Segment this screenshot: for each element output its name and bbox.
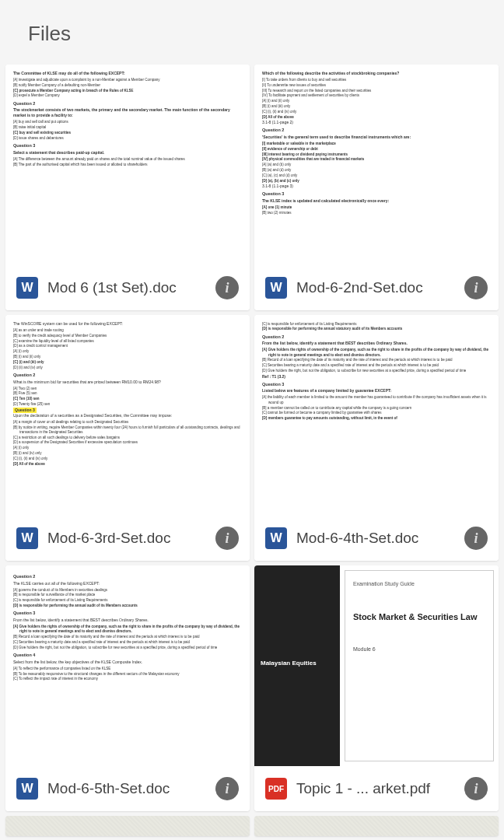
file-card-partial[interactable] xyxy=(5,816,250,836)
file-name: Mod-6-2nd-Set.doc xyxy=(296,279,455,296)
file-name: Mod-6-3rd-Set.doc xyxy=(47,530,206,547)
word-icon: W xyxy=(265,277,287,299)
info-button[interactable]: i xyxy=(215,527,239,550)
file-info-row: W Mod 6 (1st Set).doc i xyxy=(5,265,250,310)
file-name: Mod-6-5th-Set.doc xyxy=(47,780,206,797)
file-card[interactable]: Malaysian Equities Examination Study Gui… xyxy=(254,565,499,811)
file-thumbnail: Question 2 The KLSE carries out all of t… xyxy=(5,565,250,766)
file-name: Topic 1 - ... arket.pdf xyxy=(296,780,455,797)
file-info-row: PDF Topic 1 - ... arket.pdf i xyxy=(254,766,499,811)
file-card[interactable]: The Committee of KLSE may do all of the … xyxy=(5,65,250,310)
file-name: Mod 6 (1st Set).doc xyxy=(47,279,206,296)
file-info-row: W Mod-6-4th-Set.doc i xyxy=(254,516,499,561)
files-grid: The Committee of KLSE may do all of the … xyxy=(0,65,504,836)
word-icon: W xyxy=(16,527,38,549)
file-thumbnail: The Committee of KLSE may do all of the … xyxy=(5,65,250,265)
info-button[interactable]: i xyxy=(215,276,239,299)
file-thumbnail: Malaysian Equities Examination Study Gui… xyxy=(254,565,499,766)
file-card-partial[interactable] xyxy=(254,816,499,836)
file-card[interactable]: Question 2 The KLSE carries out all of t… xyxy=(5,565,250,811)
pdf-icon: PDF xyxy=(265,778,287,800)
file-name: Mod-6-4th-Set.doc xyxy=(296,530,455,547)
word-icon: W xyxy=(16,778,38,800)
file-thumbnail: Which of the following describe the acti… xyxy=(254,65,499,265)
word-icon: W xyxy=(265,527,287,549)
info-button[interactable]: i xyxy=(464,777,488,800)
pdf-cover-left: Malaysian Equities xyxy=(254,565,340,766)
header-title: Files xyxy=(28,22,476,46)
file-card[interactable]: [C] is responsible for enforcement of it… xyxy=(254,315,499,561)
file-card[interactable]: Which of the following describe the acti… xyxy=(254,65,499,310)
word-icon: W xyxy=(16,277,38,299)
pdf-cover-right: Examination Study Guide Stock Market & S… xyxy=(345,570,494,761)
info-button[interactable]: i xyxy=(464,527,488,550)
info-button[interactable]: i xyxy=(215,777,239,800)
files-header: Files xyxy=(0,0,504,65)
file-thumbnail: [C] is responsible for enforcement of it… xyxy=(254,315,499,516)
file-info-row: W Mod-6-3rd-Set.doc i xyxy=(5,516,250,561)
file-info-row: W Mod-6-2nd-Set.doc i xyxy=(254,265,499,310)
file-info-row: W Mod-6-5th-Set.doc i xyxy=(5,766,250,811)
info-button[interactable]: i xyxy=(464,276,488,299)
file-thumbnail: The WinSCORE system can be used for the … xyxy=(5,315,250,516)
file-card[interactable]: The WinSCORE system can be used for the … xyxy=(5,315,250,561)
